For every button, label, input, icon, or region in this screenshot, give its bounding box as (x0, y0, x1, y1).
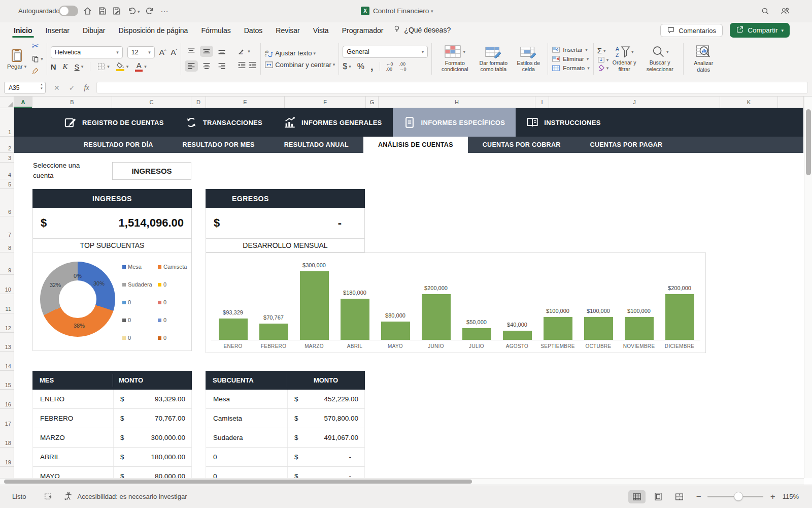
merge-center-button[interactable]: Combinar y centrar▾ (264, 61, 335, 69)
cut-icon[interactable]: ✂ (31, 41, 43, 51)
zoom-out-button[interactable]: − (696, 492, 701, 502)
align-center-button[interactable] (200, 60, 213, 72)
fill-down-button[interactable]: ▾ (597, 56, 609, 63)
autosum-button[interactable]: Σ▾ (597, 46, 609, 55)
clear-button[interactable]: ▾ (597, 65, 609, 71)
select-all-corner[interactable] (0, 97, 14, 108)
column-header-partial[interactable] (778, 97, 804, 108)
row-header-8[interactable]: 8 (0, 239, 14, 252)
tab-formulas[interactable]: Fórmulas (194, 23, 237, 39)
analyze-data-button[interactable]: Analizar datos (687, 45, 720, 72)
format-as-table-button[interactable]: Dar formato como tabla (474, 45, 513, 72)
underline-button[interactable]: S▾ (75, 62, 84, 71)
table-row-mesa[interactable]: Mesa$452,229.00 (206, 390, 365, 409)
align-left-button[interactable] (185, 60, 198, 72)
undo-icon[interactable] (127, 6, 137, 16)
find-select-button[interactable]: ▾ Buscar y seleccionar (640, 45, 680, 72)
increase-decimal-button[interactable]: ←0.00 (386, 61, 393, 72)
account-selector-dropdown[interactable]: INGRESOS (112, 162, 191, 180)
bold-button[interactable]: N (51, 62, 56, 71)
row-header-12[interactable]: 12 (0, 313, 14, 333)
column-header-A[interactable]: A (14, 97, 32, 108)
italic-button[interactable]: K (63, 62, 68, 71)
table-header-row[interactable]: SUBCUENTAMONTO (206, 371, 365, 390)
ingresos-card-header[interactable]: INGRESOS (32, 189, 192, 208)
copy-icon[interactable]: ▾ (31, 55, 43, 63)
align-top-button[interactable] (185, 46, 198, 57)
align-middle-button[interactable] (200, 46, 213, 57)
table-row-0[interactable]: 0$- (206, 467, 365, 478)
nav-item-informes-generales[interactable]: INFORMES GENERALES (273, 108, 393, 137)
row-header-13[interactable]: 13 (0, 333, 14, 352)
font-name-select[interactable]: Helvetica▾ (51, 46, 123, 58)
accessibility-status[interactable]: Accesibilidad: es necesario investigar (77, 493, 187, 500)
row-header-18[interactable]: 18 (0, 428, 14, 448)
subnav-item-analisis-de-cuentas[interactable]: ANÁLISIS DE CUENTAS (363, 137, 468, 153)
page-layout-view-button[interactable] (650, 490, 667, 503)
table-row-mayo[interactable]: MAYO$80,000.00 (32, 467, 192, 478)
orientation-button[interactable]: ab▾ (238, 48, 250, 55)
zoom-slider[interactable] (707, 496, 763, 497)
row-header-19[interactable]: 19 (0, 448, 14, 467)
decrease-indent-button[interactable] (238, 61, 246, 71)
more-options-icon[interactable]: … (160, 5, 168, 14)
format-painter-icon[interactable] (31, 67, 43, 77)
align-bottom-button[interactable] (215, 46, 228, 57)
redo-icon[interactable] (145, 6, 155, 16)
save-icon[interactable] (97, 6, 107, 16)
font-size-select[interactable]: 12▾ (127, 46, 155, 58)
zoom-slider-thumb[interactable] (734, 492, 743, 501)
tab-disposicion-de-pagina[interactable]: Disposición de página (112, 23, 194, 39)
column-header-E[interactable]: E (206, 97, 285, 108)
vertical-scrollbar[interactable] (804, 97, 812, 478)
ingresos-amount-cell[interactable]: $ 1,514,096.00 (32, 208, 192, 239)
column-header-C[interactable]: C (112, 97, 191, 108)
column-header-I[interactable]: I (535, 97, 549, 108)
row-header-17[interactable]: 17 (0, 409, 14, 428)
desarrollo-mensual-title-cell[interactable]: DESARROLLO MENSUAL (206, 239, 365, 252)
insert-cells-button[interactable]: Insertar▾ (552, 46, 589, 53)
decrease-decimal-button[interactable]: .00→0 (399, 61, 407, 72)
subnav-item-cuentas-por-pagar[interactable]: CUENTAS POR PAGAR (576, 137, 678, 153)
normal-view-button[interactable] (628, 490, 646, 503)
tab-programador[interactable]: Programador (335, 23, 390, 39)
zoom-level[interactable]: 115% (783, 493, 799, 500)
column-header-K[interactable]: K (720, 97, 778, 108)
column-header-B[interactable]: B (32, 97, 112, 108)
comma-format-button[interactable]: , (370, 64, 374, 69)
selection-mode-icon[interactable] (44, 492, 53, 502)
column-header-J[interactable]: J (549, 97, 720, 108)
percent-format-button[interactable]: % (357, 62, 364, 71)
column-header-D[interactable]: D (191, 97, 206, 108)
comments-button[interactable]: Comentarios (660, 24, 723, 37)
nav-item-informes-especificos[interactable]: INFORMES ESPECÍFICOS (393, 108, 516, 137)
tab-vista[interactable]: Vista (307, 23, 335, 39)
table-header-row[interactable]: MESMONTO (32, 371, 192, 390)
column-header-F[interactable]: F (285, 97, 366, 108)
confirm-entry-icon[interactable]: ✓ (69, 84, 75, 92)
font-color-button[interactable]: A ▾ (135, 62, 147, 72)
doughnut-chart[interactable]: 30%38%32%0% MesaCamisetaSudadera0000000 (32, 252, 192, 351)
tab-revisar[interactable]: Revisar (269, 23, 306, 39)
nav-item-registro-de-cuentas[interactable]: REGISTRO DE CUENTAS (54, 108, 175, 137)
egresos-amount-cell[interactable]: $ - (206, 208, 365, 239)
vertical-scrollbar-thumb[interactable] (806, 109, 811, 175)
page-break-view-button[interactable] (671, 490, 688, 503)
table-row-abril[interactable]: ABRIL$180,000.00 (32, 448, 192, 467)
document-title[interactable]: Control Financiero (373, 7, 429, 15)
fill-color-button[interactable]: ▾ (116, 62, 129, 71)
row-header-5[interactable]: 5 (0, 179, 14, 189)
autosave-toggle[interactable] (59, 6, 78, 16)
table-row-0[interactable]: 0$- (206, 448, 365, 467)
conditional-formatting-button[interactable]: ▾ Formato condicional (435, 45, 474, 72)
tab-inicio[interactable]: Inicio (7, 23, 39, 39)
chevron-down-icon[interactable]: ▾ (431, 9, 433, 14)
paste-button[interactable]: Pegar▾ (4, 47, 29, 71)
borders-button[interactable]: ▾ (97, 62, 110, 71)
fx-icon[interactable]: fx (84, 84, 89, 92)
name-box-stepper[interactable]: ▲▼ (40, 83, 43, 91)
row-header-11[interactable]: 11 (0, 294, 14, 313)
share-button[interactable]: Compartir ▾ (730, 23, 790, 38)
subnav-item-resultado-por-mes[interactable]: RESULTADO POR MES (168, 137, 269, 153)
zoom-in-button[interactable]: + (770, 492, 775, 502)
